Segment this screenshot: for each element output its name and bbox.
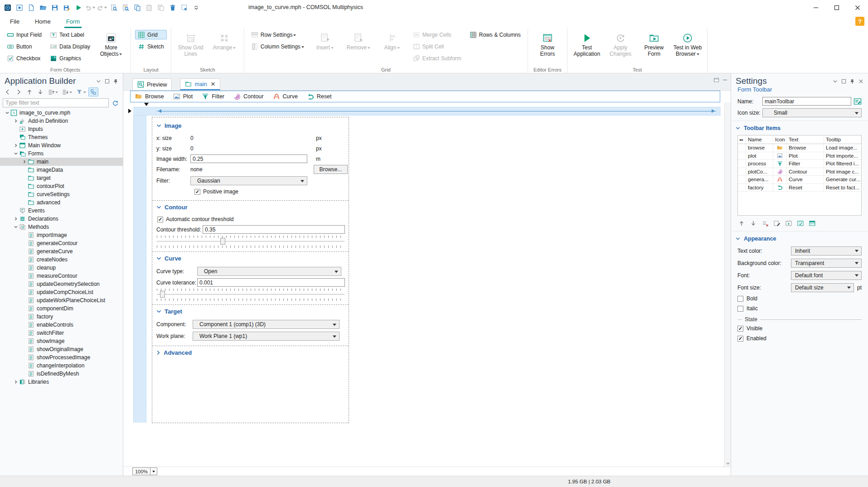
edit-name-icon[interactable] [853, 97, 862, 106]
table-row-reset[interactable]: factoryResetReset to fact... [738, 184, 861, 192]
row-selector-cell[interactable] [738, 152, 746, 160]
ribbon-button-more-objects[interactable]: More Objects [96, 30, 126, 63]
table-row-browse[interactable]: browseBrowseLoad image... [738, 144, 861, 152]
section-image[interactable]: Image [156, 122, 345, 129]
tree-item-contourplot[interactable]: contourPlot [0, 182, 123, 190]
section-target[interactable]: Target [156, 308, 345, 315]
pin-panel-icon[interactable] [849, 78, 856, 85]
ribbon-button-data-display[interactable]: 1.23Data Display [47, 42, 93, 51]
tab-home[interactable]: Home [35, 15, 51, 28]
text-color-dropdown[interactable]: Inherit [791, 246, 862, 256]
main-form[interactable]: Image x: size0px y: size0px Image width:… [152, 117, 349, 423]
qat-paste-icon[interactable] [143, 2, 155, 14]
tree-item-forms[interactable]: Forms [0, 149, 123, 158]
form-toolbar-button-browse[interactable]: Browse [135, 93, 164, 100]
refresh-icon[interactable] [111, 98, 120, 107]
font-dropdown[interactable]: Default font [791, 271, 862, 280]
help-button[interactable]: ? [855, 17, 864, 26]
selected-toolbar-row[interactable] [133, 107, 721, 116]
move-up-icon[interactable] [24, 87, 34, 96]
qat-find-icon[interactable] [108, 2, 119, 14]
table-overflow-icon[interactable]: ▸▸ [738, 135, 746, 144]
edit-item-icon[interactable] [773, 219, 781, 227]
ribbon-button-column-settings[interactable]: Column Settings [248, 42, 307, 51]
dialog-check-icon[interactable] [796, 219, 805, 227]
section-appearance[interactable]: Appearance [731, 231, 868, 245]
tree-item-showoriginalimage[interactable]: showOriginalImage [0, 345, 123, 353]
tree-item-events[interactable]: Events [0, 207, 123, 215]
qat-run-icon[interactable] [73, 2, 84, 14]
tree-item-switchfilter[interactable]: switchFilter [0, 329, 123, 337]
test-window-icon[interactable] [785, 219, 793, 227]
ribbon-button-input-field[interactable]: Input Field [4, 30, 44, 39]
qat-delete-icon[interactable] [167, 2, 178, 14]
tree-item-measurecontour[interactable]: measureContour [0, 272, 123, 280]
tree-item-target[interactable]: target [0, 174, 123, 182]
enabled-checkbox[interactable]: ✓ [737, 336, 743, 342]
tree-item-main-window[interactable]: Main Window [0, 141, 123, 149]
tree-item-updategeometryselection[interactable]: updateGeometrySelection [0, 280, 123, 288]
row-selector-cell[interactable] [738, 184, 746, 192]
table-row-curve[interactable]: genera...CurveGenerate cur... [738, 176, 861, 184]
qat-new-file-icon[interactable] [25, 2, 37, 14]
back-icon[interactable] [3, 87, 13, 96]
slider-thumb[interactable] [160, 291, 165, 298]
float-panel-icon[interactable] [840, 78, 847, 85]
tree-item-showprocessedimage[interactable]: showProcessedImage [0, 353, 123, 362]
qat-copy-icon[interactable] [131, 2, 143, 14]
tree-item-main[interactable]: main [0, 158, 123, 166]
tree-filter-input[interactable] [3, 98, 109, 107]
tree-item-updatecompchoicelist[interactable]: updateCompChoiceList [0, 288, 123, 296]
qat-redo-icon[interactable] [96, 2, 107, 14]
table-row-contour[interactable]: plotCo...ContourPlot image c... [738, 168, 861, 176]
form-canvas-area[interactable]: Image x: size0px y: size0px Image width:… [123, 102, 724, 467]
qat-save-icon[interactable] [49, 2, 60, 14]
ribbon-button-button[interactable]: OKButton [4, 42, 44, 51]
zoom-control[interactable]: 100% [132, 468, 157, 475]
tree-item-createnodes[interactable]: createNodes [0, 256, 123, 264]
auto-threshold-checkbox[interactable]: ✓ [157, 217, 163, 222]
qat-save-as-icon[interactable] [61, 2, 72, 14]
editor-tab-preview[interactable]: Preview [132, 78, 172, 90]
row-selector-cell[interactable] [738, 168, 746, 176]
row-selector-cell[interactable] [738, 144, 746, 152]
ribbon-button-row-settings[interactable]: Row Settings [248, 30, 307, 39]
expander-collapsed-icon[interactable] [12, 118, 19, 125]
move-down-icon[interactable] [35, 87, 45, 96]
qat-open-file-icon[interactable] [37, 2, 48, 14]
tree-item-updateworkplanechoicelist[interactable]: updateWorkPlaneChoiceList [0, 296, 123, 304]
expander-collapsed-icon[interactable] [21, 159, 28, 165]
component-dropdown[interactable]: Component 1 (comp1) (3D) [193, 320, 339, 329]
tree-item-themes[interactable]: Themes [0, 133, 123, 141]
browse-file-button[interactable]: Browse... [314, 165, 348, 174]
rows-layout-icon[interactable] [808, 219, 816, 227]
ribbon-button-text-label[interactable]: Text Label [47, 30, 93, 39]
expander-collapsed-icon[interactable] [12, 216, 19, 222]
tab-form[interactable]: Form [66, 15, 80, 28]
tree-item-generatecurve[interactable]: generateCurve [0, 247, 123, 256]
curve-type-dropdown[interactable]: Open [197, 267, 341, 276]
tree-item-declarations[interactable]: Declarations [0, 215, 123, 223]
close-panel-icon[interactable] [858, 78, 864, 85]
zoom-dropdown-icon[interactable] [150, 468, 157, 475]
table-row-plot[interactable]: plotPlotPlot importe... [738, 152, 861, 160]
qat-select-region-icon[interactable] [179, 2, 190, 14]
move-down-icon[interactable] [749, 219, 757, 227]
expander-expanded-icon[interactable] [12, 224, 19, 231]
tree-item-advanced[interactable]: advanced [0, 198, 123, 207]
tree-item-factory[interactable]: factory [0, 313, 123, 321]
curve-tolerance-slider[interactable] [157, 291, 344, 298]
filter-dropdown[interactable]: Gaussian [190, 176, 307, 185]
ribbon-button-checkbox[interactable]: Checkbox [4, 53, 44, 63]
tree-item-isdefinedbymesh[interactable]: isDefinedByMesh [0, 370, 123, 378]
forward-icon[interactable] [14, 87, 24, 96]
tree-item-libraries[interactable]: Libraries [0, 378, 123, 386]
split-editor-icon[interactable] [722, 77, 728, 83]
ribbon-button-test-in-web-browser[interactable]: Test in Web Browser [672, 30, 703, 63]
form-toolbar-button-contour[interactable]: Contour [233, 93, 263, 100]
positive-image-checkbox[interactable]: ✓ [194, 189, 200, 195]
curve-tolerance-input[interactable]: 0.001 [197, 278, 345, 287]
ribbon-button-preview-form[interactable]: Preview Form [639, 30, 669, 63]
form-toolbar-button-curve[interactable]: Curve [273, 93, 298, 100]
ribbon-button-rows-columns[interactable]: Rows & Columns [467, 30, 524, 39]
